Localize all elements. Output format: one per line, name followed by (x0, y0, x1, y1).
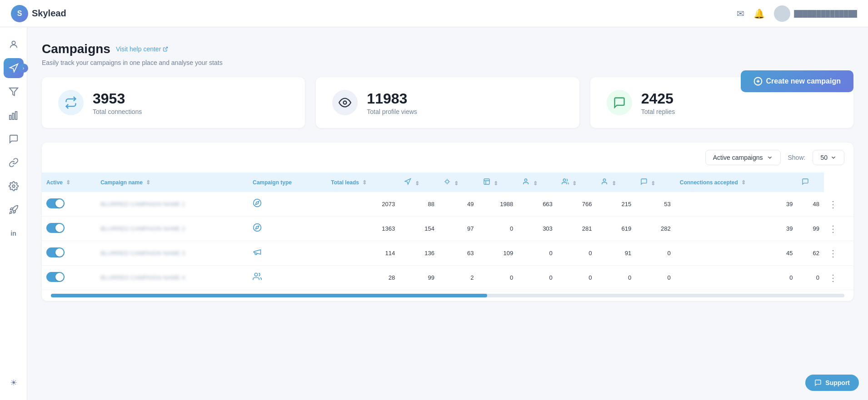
mail-icon[interactable]: ✉ (737, 8, 744, 19)
help-link[interactable]: Visit help center (116, 45, 168, 53)
stats-row: 3953 Total connections 11983 Total profi… (42, 77, 853, 128)
sort-icon-name: ⇕ (146, 179, 150, 186)
th-campaign-name: Campaign name ⇕ (96, 173, 248, 192)
create-campaign-label: Create new campaign (766, 77, 841, 85)
th-col7: ⇕ (636, 173, 675, 192)
cell-c5-2: 0 (557, 241, 597, 266)
show-label: Show: (788, 154, 806, 161)
th-col5: ⇕ (557, 173, 597, 192)
campaign-name-3: BLURRED CAMPAIGN NAME 4 (100, 274, 185, 281)
cell-c3-3: 0 (479, 266, 518, 290)
cell-type-3 (248, 266, 326, 290)
cell-connections-2: 62 (797, 241, 823, 266)
svg-rect-2 (9, 115, 11, 119)
create-campaign-button[interactable]: Create new campaign (741, 70, 854, 92)
cell-active-2 (42, 241, 96, 266)
svg-point-5 (12, 185, 15, 188)
filter-label: Active campaigns (713, 154, 763, 161)
cell-c5-0: 766 (557, 192, 597, 217)
toggle-3[interactable] (46, 272, 65, 282)
sidebar-item-inbox[interactable] (4, 129, 24, 149)
filter-dropdown[interactable]: Active campaigns (705, 150, 781, 165)
app-name: Skylead (32, 8, 66, 19)
cell-c7-0: 53 (636, 192, 675, 217)
cell-c8-0: 39 (675, 192, 798, 217)
cell-c7-2: 0 (636, 241, 675, 266)
th-connections-accepted: Connections accepted ⇕ (675, 173, 798, 192)
show-dropdown[interactable]: 50 (813, 150, 844, 165)
svg-line-6 (165, 47, 168, 50)
table-scrollbar[interactable] (51, 294, 844, 297)
th-col3: ⇕ (479, 173, 518, 192)
sidebar-item-profile[interactable] (4, 35, 24, 54)
cell-c8-3: 0 (675, 266, 798, 290)
views-label: Total profile views (367, 108, 417, 115)
sidebar-item-linkedin[interactable]: in (4, 223, 24, 243)
cell-more-0: ⋮ (824, 192, 853, 217)
toggle-2[interactable] (46, 247, 65, 257)
navbar-right: ✉ 🔔 ██████████████ (737, 5, 857, 22)
type-icon-1 (253, 225, 262, 234)
campaign-name-1: BLURRED CAMPAIGN NAME 2 (100, 225, 185, 232)
cell-leads-1: 1363 (326, 217, 399, 241)
sidebar: › in ☀ (0, 27, 27, 400)
cell-more-3: ⋮ (824, 266, 853, 290)
cell-c2-0: 49 (439, 192, 479, 217)
sidebar-item-theme[interactable]: ☀ (4, 373, 24, 393)
support-button[interactable]: Support (805, 375, 859, 391)
type-icon-2 (253, 249, 262, 258)
cell-c3-1: 0 (479, 217, 518, 241)
th-col2: ⇕ (439, 173, 479, 192)
sidebar-item-campaigns[interactable]: › (4, 58, 24, 78)
svg-point-0 (12, 41, 15, 44)
cell-c7-3: 0 (636, 266, 675, 290)
cell-more-1: ⋮ (824, 217, 853, 241)
sidebar-item-settings[interactable] (4, 176, 24, 196)
connections-icon (58, 90, 84, 115)
cell-c2-3: 2 (439, 266, 479, 290)
sidebar-item-launch[interactable] (4, 200, 24, 220)
svg-point-11 (563, 179, 565, 181)
svg-rect-3 (12, 113, 14, 119)
cell-c5-3: 0 (557, 266, 597, 290)
more-button-3[interactable]: ⋮ (828, 272, 838, 283)
cell-c6-3: 0 (596, 266, 636, 290)
sidebar-item-analytics[interactable] (4, 105, 24, 125)
replies-number: 2425 (641, 90, 675, 107)
more-button-2[interactable]: ⋮ (828, 248, 838, 259)
help-link-text: Visit help center (116, 45, 161, 53)
svg-point-8 (446, 180, 449, 183)
th-col4: ⇕ (518, 173, 557, 192)
more-button-1[interactable]: ⋮ (828, 223, 838, 234)
sidebar-expand-btn[interactable]: › (19, 64, 28, 73)
cell-c2-2: 63 (439, 241, 479, 266)
replies-label: Total replies (641, 108, 675, 115)
page-subtitle: Easily track your campaigns in one place… (42, 59, 853, 66)
cell-c1-3: 99 (399, 266, 439, 290)
table-scrollbar-inner (51, 294, 487, 297)
cell-active-1 (42, 217, 96, 241)
more-button-0[interactable]: ⋮ (828, 199, 838, 210)
sidebar-item-sequences[interactable] (4, 153, 24, 173)
show-value: 50 (820, 154, 828, 161)
bell-icon[interactable]: 🔔 (753, 8, 765, 19)
toggle-1[interactable] (46, 223, 65, 233)
toggle-0[interactable] (46, 198, 65, 208)
cell-c5-1: 281 (557, 217, 597, 241)
campaign-name-2: BLURRED CAMPAIGN NAME 3 (100, 250, 185, 257)
user-avatar-area[interactable]: ██████████████ (774, 5, 857, 22)
navbar: S Skylead ✉ 🔔 ██████████████ (0, 0, 868, 27)
cell-c4-3: 0 (518, 266, 557, 290)
svg-marker-14 (255, 201, 259, 204)
svg-point-15 (254, 224, 261, 232)
sidebar-item-filter[interactable] (4, 82, 24, 102)
cell-c6-2: 91 (596, 241, 636, 266)
cell-active-3 (42, 266, 96, 290)
views-icon (332, 90, 358, 115)
type-icon-3 (253, 274, 262, 283)
stat-card-connections: 3953 Total connections (42, 77, 305, 128)
cell-c6-1: 619 (596, 217, 636, 241)
cell-c4-1: 303 (518, 217, 557, 241)
logo-area: S Skylead (11, 5, 66, 22)
cell-c7-1: 282 (636, 217, 675, 241)
